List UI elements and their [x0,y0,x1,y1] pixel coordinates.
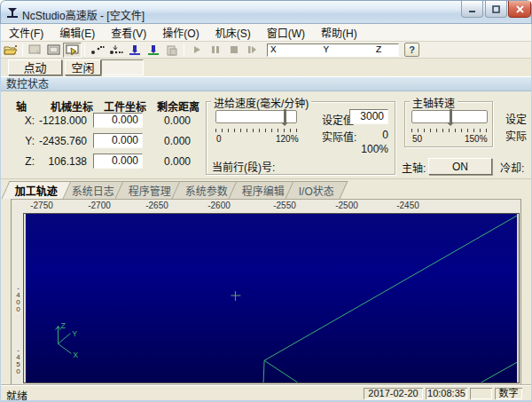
pause-icon [211,45,220,54]
dotted-path-arrow-icon [109,44,123,56]
window-frame-left [0,24,1,402]
col-axis: 轴 [16,99,27,114]
minimize-button[interactable] [461,1,483,18]
toolbar-separator [184,43,184,56]
start-button[interactable] [187,43,206,58]
open-file-button[interactable] [1,43,20,58]
vertical-ruler: -400 -450 [12,213,23,383]
pause-button[interactable] [206,43,224,58]
axis-y-label: Y: [20,135,35,147]
menu-view[interactable]: 查看(V) [103,23,154,42]
menu-edit[interactable]: 编辑(E) [51,23,103,42]
feed-set-value-box[interactable]: 3000 [349,109,388,124]
mode-blank-box [101,59,144,75]
current-line-label: 当前行(段)号: [212,159,275,174]
spindle-actual-label: 实际 [505,128,527,143]
screen-view-button[interactable] [44,43,63,58]
axis-y-glyph: Y [72,329,77,338]
y-ruler-tick: -450 [14,346,22,374]
trace-points-button[interactable] [88,43,106,58]
spindle-slider-ticks [411,129,489,132]
paste-button[interactable] [162,43,181,58]
tool-origin-button[interactable] [144,43,162,58]
nc-status-panel: 轴 机械坐标 工件坐标 剩余距离 X: -1218.000 0.000 0.00… [1,91,531,179]
select-view-button[interactable] [26,43,44,58]
dotted-path-icon [90,44,105,56]
spindle-override-slider[interactable] [411,110,488,123]
xyz-coordinate-input[interactable] [267,43,399,57]
step-button[interactable] [243,43,262,58]
spindle-slider-thumb[interactable] [450,109,452,122]
coolant-label: 冷却: [500,160,524,175]
status-time: 10:08:35 [426,388,467,399]
trace-canvas[interactable]: Z Y X [23,213,520,383]
y-remain-dist: 0.000 [157,135,191,147]
x-remain-dist: 0.000 [157,114,191,127]
spindle-scale-max: 150% [465,134,488,144]
feed-scale-min: 0 [216,134,222,144]
mode-bar: 点动 空闲 [1,59,531,76]
maximize-button[interactable] [485,1,507,18]
jog-mode-button[interactable]: 点动 [8,59,62,75]
monitor-icon [47,44,60,56]
view-tab-bar: 加工轨迹 系统日志 程序管理 系统参数 程序编辑 I/O状态 [5,181,339,199]
feed-scale-max: 120% [276,134,299,144]
canvas-background [26,214,517,382]
tab-trace[interactable]: 加工轨迹 [2,181,72,199]
trace-clear-button[interactable] [106,43,125,58]
play-icon [192,45,201,54]
toolbar: ? [1,42,531,59]
x-ruler-tick: -2600 [207,201,231,210]
feed-slider-ticks [215,129,298,132]
restore-icon [492,5,500,13]
toolbar-separator [22,43,23,56]
disabled-view-icon [28,44,42,56]
z-work-coord-box[interactable]: 0.000 [93,154,143,169]
x-machine-coord: -1218.000 [36,114,87,127]
y-machine-coord: -2435.760 [36,135,87,147]
x-ruler-tick: -2500 [335,201,358,210]
menu-window[interactable]: 窗口(W) [259,23,313,42]
application-window: NcStudio高速版 - [空文件] 文件(F) 编辑(E) 查看(V) 操作… [0,0,532,402]
x-ruler-tick: -2550 [273,201,296,210]
menu-file[interactable]: 文件(F) [1,23,51,42]
axis-z-label: Z: [20,155,35,168]
menu-help[interactable]: 帮助(H) [313,23,365,42]
tool-to-origin-icon [147,44,160,56]
title-bar: NcStudio高速版 - [空文件] [0,0,532,24]
y-ruler-tick: -400 [14,284,22,312]
spindle-on-button[interactable]: ON [428,158,492,175]
feed-slider-thumb[interactable] [284,109,286,122]
close-button[interactable] [508,1,531,18]
menu-machine[interactable]: 机床(S) [207,23,259,42]
status-date: 2017-02-20 [364,388,423,399]
feed-actual-label: 实际值: [322,129,356,144]
trace-view-button[interactable] [63,43,82,58]
z-remain-dist: 0.000 [157,155,191,168]
z-machine-coord: 106.138 [36,155,87,168]
feed-group-title: 进给速度(毫米/分钟) [211,95,311,110]
nc-status-caption: 数控状态 [1,76,531,91]
menu-operate[interactable]: 操作(O) [154,23,207,42]
x-ruler-tick: -2450 [396,201,419,210]
idle-state-button[interactable]: 空闲 [65,59,101,75]
y-work-coord-box[interactable]: 0.000 [93,133,143,148]
x-ruler-tick: -2700 [88,201,111,210]
col-machine: 机械坐标 [51,99,93,114]
axis-x-label: X: [20,114,35,127]
horizontal-ruler: -2750 -2700 -2650 -2600 -2550 -2500 -245… [12,200,520,213]
x-work-coord-box[interactable]: 0.000 [93,113,143,128]
feed-override-slider[interactable] [215,110,297,123]
close-icon [516,5,524,13]
col-work: 工件坐标 [104,99,146,114]
feed-actual-value: 0 [353,129,388,141]
status-bar: 就绪 2017-02-20 10:08:35 数字 [1,385,531,400]
toolbar-separator [84,43,85,56]
spindle-group-title: 主轴转速 [410,95,458,110]
help-button[interactable]: ? [404,43,419,57]
tool-down-button[interactable] [125,43,144,58]
stop-button[interactable] [224,43,243,58]
open-folder-icon [4,44,18,56]
tab-io-status[interactable]: I/O状态 [286,181,348,199]
spindle-label: 主轴: [402,160,426,175]
